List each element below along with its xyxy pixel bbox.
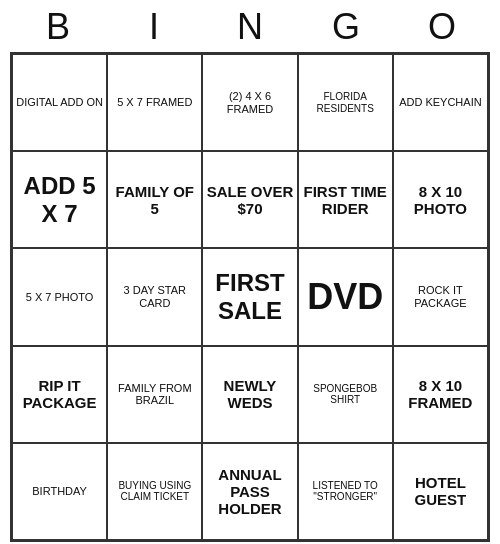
bingo-cell-15: RIP IT PACKAGE [12,346,107,443]
bingo-grid: DIGITAL ADD ON5 X 7 FRAMED(2) 4 X 6 FRAM… [10,52,490,542]
bingo-cell-10: 5 X 7 PHOTO [12,248,107,345]
bingo-cell-24: HOTEL GUEST [393,443,488,540]
bingo-cell-5: ADD 5 X 7 [12,151,107,248]
bingo-cell-23: LISTENED TO "STRONGER" [298,443,393,540]
bingo-cell-22: ANNUAL PASS HOLDER [202,443,297,540]
bingo-cell-4: ADD KEYCHAIN [393,54,488,151]
bingo-cell-14: ROCK IT PACKAGE [393,248,488,345]
bingo-cell-0: DIGITAL ADD ON [12,54,107,151]
bingo-cell-18: SPONGEBOB SHIRT [298,346,393,443]
bingo-cell-1: 5 X 7 FRAMED [107,54,202,151]
letter-b: B [14,6,102,48]
bingo-cell-8: FIRST TIME RIDER [298,151,393,248]
bingo-cell-6: FAMILY OF 5 [107,151,202,248]
bingo-cell-9: 8 X 10 PHOTO [393,151,488,248]
bingo-cell-11: 3 DAY STAR CARD [107,248,202,345]
bingo-cell-20: BIRTHDAY [12,443,107,540]
bingo-cell-7: SALE OVER $70 [202,151,297,248]
bingo-cell-12: FIRST SALE [202,248,297,345]
letter-o: O [398,6,486,48]
bingo-cell-17: NEWLY WEDS [202,346,297,443]
bingo-title: B I N G O [10,0,490,52]
bingo-cell-13: DVD [298,248,393,345]
bingo-cell-2: (2) 4 X 6 FRAMED [202,54,297,151]
bingo-cell-19: 8 X 10 FRAMED [393,346,488,443]
letter-n: N [206,6,294,48]
letter-g: G [302,6,390,48]
bingo-cell-21: BUYING USING CLAIM TICKET [107,443,202,540]
letter-i: I [110,6,198,48]
bingo-cell-16: FAMILY FROM BRAZIL [107,346,202,443]
bingo-cell-3: FLORIDA RESIDENTS [298,54,393,151]
